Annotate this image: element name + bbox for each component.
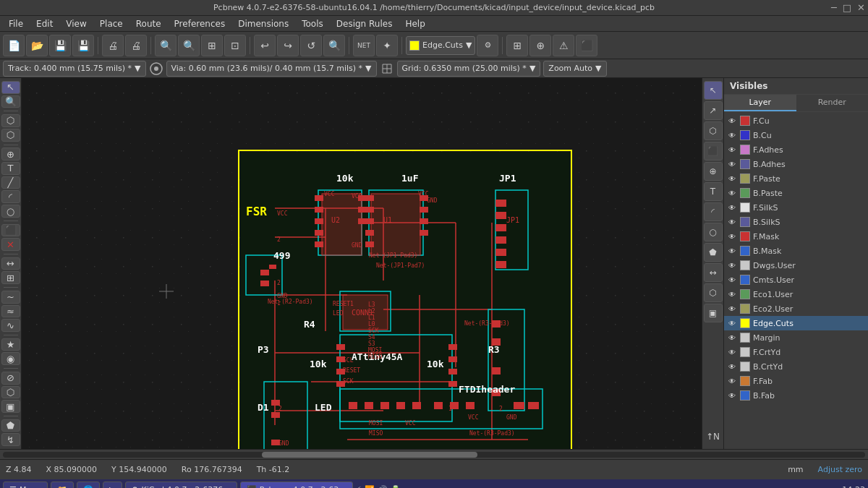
- pcb-canvas-area[interactable]: U2 U1 CONN1 JP1 6 5 4 3 2 1 10k 1uF JP1 …: [22, 78, 702, 449]
- status-adjust[interactable]: Adjust zero: [818, 465, 862, 474]
- new-button[interactable]: 📄: [3, 35, 25, 56]
- add-graphic-polygon[interactable]: ⬟: [1, 419, 20, 432]
- grid-tool[interactable]: ⊞: [1, 271, 20, 284]
- zoom-out-button[interactable]: 🔍: [178, 35, 200, 56]
- maximize-button[interactable]: □: [843, 2, 851, 13]
- circle-mini[interactable]: ○: [704, 223, 723, 241]
- zone-mini[interactable]: ⬡: [704, 283, 723, 302]
- layer-visibility-F.SilkS[interactable]: 👁: [727, 202, 737, 213]
- layer-row-f-crtyd[interactable]: 👁F.CrtYd: [724, 345, 868, 359]
- pcbnew-taskbar-app[interactable]: ⬛ Pcbnew 4.0.7-e2-63...: [240, 481, 353, 488]
- add-via-tool[interactable]: ⊕: [1, 147, 20, 160]
- open-button[interactable]: 📂: [26, 35, 48, 56]
- zoom-select-button[interactable]: ⊡: [224, 35, 246, 56]
- fill-zone[interactable]: ▣: [1, 400, 20, 413]
- route-diff-pair-tool[interactable]: ⬡: [1, 129, 20, 142]
- layer-row-f-mask[interactable]: 👁F.Mask: [724, 229, 868, 244]
- tune-single-track[interactable]: ~: [1, 291, 20, 304]
- find-button[interactable]: 🔍: [323, 35, 345, 56]
- tune-diff-pair[interactable]: ≈: [1, 305, 20, 318]
- scrollbar-track[interactable]: [3, 452, 865, 458]
- layer-visibility-Eco1.User[interactable]: 👁: [727, 289, 737, 299]
- highlight-net[interactable]: ★: [1, 338, 20, 351]
- refresh-button[interactable]: ↺: [300, 35, 322, 56]
- layer-row-edge-cuts[interactable]: 👁Edge.Cuts: [724, 316, 868, 330]
- layer-row-f-adhes[interactable]: 👁F.Adhes: [724, 142, 868, 157]
- dimension-mini[interactable]: ↔: [704, 263, 723, 282]
- layer-visibility-B.Paste[interactable]: 👁: [727, 188, 737, 198]
- undo-button[interactable]: ↩: [254, 35, 276, 56]
- route-tool-mini[interactable]: ⬡: [704, 121, 723, 140]
- connect-mini[interactable]: ⊕: [704, 162, 723, 181]
- layer-row-f-silks[interactable]: 👁F.SilkS: [724, 200, 868, 215]
- inspect-tool[interactable]: 🔍: [1, 95, 20, 108]
- layer-row-b-silks[interactable]: 👁B.SilkS: [724, 215, 868, 229]
- tab-layer[interactable]: Layer: [724, 95, 796, 111]
- zone-tool[interactable]: ⬡: [1, 386, 20, 399]
- kicad-taskbar-app[interactable]: ⚙ KiCad 4.0.7-e2-6376...: [125, 481, 237, 488]
- print-preview-button[interactable]: 🖨: [125, 35, 147, 56]
- layer-visibility-B.CrtYd[interactable]: 👁: [727, 361, 737, 372]
- layer-row-cmts-user[interactable]: 👁Cmts.User: [724, 273, 868, 287]
- layer-visibility-Dwgs.User[interactable]: 👁: [727, 260, 737, 270]
- layer-row-b-mask[interactable]: 👁B.Mask: [724, 244, 868, 258]
- layer-visibility-Edge.Cuts[interactable]: 👁: [727, 318, 737, 328]
- text-mini[interactable]: T: [704, 182, 723, 201]
- tab-render[interactable]: Render: [796, 95, 869, 111]
- menu-design-rules[interactable]: Design Rules: [331, 17, 399, 30]
- select-tool[interactable]: ↖: [1, 81, 20, 94]
- close-button[interactable]: ✕: [857, 2, 865, 13]
- layer-visibility-B.Adhes[interactable]: 👁: [727, 159, 737, 169]
- menu-tools[interactable]: Tools: [296, 17, 329, 30]
- layer-visibility-B.SilkS[interactable]: 👁: [727, 217, 737, 227]
- layer-visibility-B.Cu[interactable]: 👁: [727, 130, 737, 140]
- component-mini[interactable]: ⬛: [704, 142, 723, 160]
- layer-row-f-paste[interactable]: 👁F.Paste: [724, 171, 868, 186]
- zoom-in-button[interactable]: 🔍: [155, 35, 176, 56]
- layer-visibility-F.Fab[interactable]: 👁: [727, 376, 737, 386]
- layer-row-b-paste[interactable]: 👁B.Paste: [724, 186, 868, 200]
- minimize-button[interactable]: ─: [831, 2, 837, 13]
- add-footprint-tool[interactable]: ⬛: [1, 224, 20, 237]
- layer-row-margin[interactable]: 👁Margin: [724, 330, 868, 345]
- layer-visibility-B.Fab[interactable]: 👁: [727, 390, 737, 401]
- layer-visibility-F.CrtYd[interactable]: 👁: [727, 347, 737, 357]
- menu-file[interactable]: File: [3, 17, 29, 30]
- inspect-cursor[interactable]: ↗: [704, 101, 723, 120]
- arc-mini[interactable]: ◜: [704, 202, 723, 221]
- scrollbar-thumb[interactable]: [262, 452, 477, 458]
- track-dropdown[interactable]: Track: 0.400 mm (15.75 mils) * ▼: [3, 61, 146, 77]
- layer-row-b-cu[interactable]: 👁B.Cu: [724, 128, 868, 142]
- redo-button[interactable]: ↪: [277, 35, 299, 56]
- file-manager-button[interactable]: 📁: [51, 481, 74, 488]
- start-menu-button[interactable]: ☰ Menu: [3, 481, 48, 488]
- zoom-fit-button[interactable]: ⊞: [201, 35, 223, 56]
- menu-preferences[interactable]: Preferences: [169, 17, 231, 30]
- layer-visibility-Eco2.User[interactable]: 👁: [727, 304, 737, 314]
- layer-visibility-F.Mask[interactable]: 👁: [727, 231, 737, 241]
- menu-place[interactable]: Place: [94, 17, 129, 30]
- tune-skew[interactable]: ∿: [1, 319, 20, 332]
- draw-arc-tool[interactable]: ◜: [1, 190, 20, 203]
- draw-line-tool[interactable]: ╱: [1, 176, 20, 189]
- fill-mini[interactable]: ▣: [704, 304, 723, 322]
- layer-visibility-Cmts.User[interactable]: 👁: [727, 275, 737, 285]
- layer-row-f-fab[interactable]: 👁F.Fab: [724, 374, 868, 388]
- delete-tool[interactable]: ✕: [1, 238, 20, 251]
- menu-route[interactable]: Route: [130, 17, 167, 30]
- layer-row-b-crtyd[interactable]: 👁B.CrtYd: [724, 359, 868, 374]
- save-as-button[interactable]: 💾: [72, 35, 94, 56]
- menu-edit[interactable]: Edit: [30, 17, 59, 30]
- layer-row-dwgs-user[interactable]: 👁Dwgs.User: [724, 258, 868, 273]
- select-cursor[interactable]: ↖: [704, 81, 723, 100]
- pad-tool[interactable]: ◉: [1, 352, 20, 365]
- layer-dropdown[interactable]: Edge.Cuts ▼: [406, 36, 475, 55]
- via-dropdown[interactable]: Via: 0.60 mm (23.6 mils)/ 0.40 mm (15.7 …: [166, 61, 377, 77]
- print-button[interactable]: 🖨: [102, 35, 124, 56]
- save-button[interactable]: 💾: [49, 35, 71, 56]
- clearance-tool[interactable]: ⊘: [1, 372, 20, 385]
- grid-button[interactable]: ⊞: [506, 35, 528, 56]
- terminal-button[interactable]: ▶: [103, 481, 122, 488]
- layer-row-b-adhes[interactable]: 👁B.Adhes: [724, 157, 868, 171]
- microwave-tool[interactable]: ↯: [1, 433, 20, 446]
